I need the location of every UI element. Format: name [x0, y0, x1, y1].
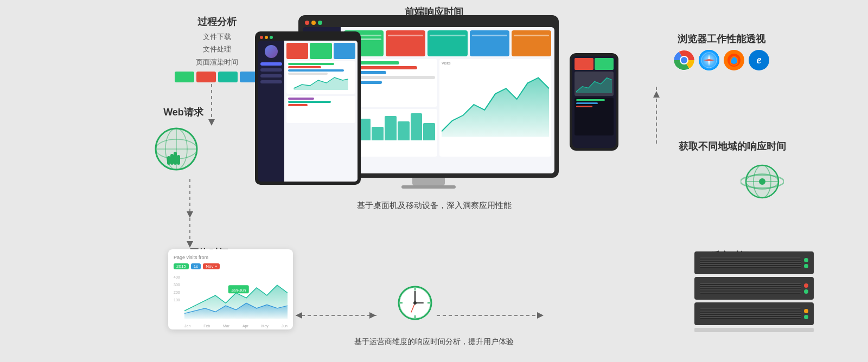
nc-badges: 2015 1s Nov + [174, 263, 288, 269]
card-teal [427, 30, 467, 56]
isp-caption: 基于运营商维度的响应时间分析，提升用户体验 [282, 337, 586, 347]
network-svg-chart: Jan-Jun [184, 274, 288, 320]
safari-icon [699, 50, 719, 70]
server-dots-1 [804, 258, 808, 268]
badge-2015: 2015 [174, 263, 189, 269]
server-dot-2-1 [804, 283, 808, 288]
server-vent-1 [700, 257, 801, 268]
monitor-base [412, 178, 445, 185]
server-stack [694, 251, 814, 332]
svg-point-15 [681, 57, 687, 63]
tablet-avatar [265, 45, 278, 58]
server-dots-3 [804, 309, 808, 319]
server-dot-3-1 [804, 309, 808, 313]
svg-rect-31 [174, 152, 177, 165]
tablet-nav-1 [260, 62, 282, 66]
tablet-panel-1 [286, 61, 355, 94]
proc-card-2 [196, 72, 216, 82]
chrome-icon [674, 50, 694, 70]
badge-1s: 1s [191, 263, 201, 269]
server-dot-2-2 [804, 289, 808, 294]
svg-marker-11 [537, 312, 544, 319]
device-caption: 基于桌面机及移动设备，深入洞察应用性能 [282, 201, 586, 211]
chart-bar-3 [372, 127, 384, 140]
t-card-1 [286, 43, 308, 59]
monitor-stand [401, 185, 456, 189]
ph-bar-2 [576, 102, 598, 104]
ie-icon: e [749, 50, 769, 70]
card-line-3 [388, 35, 423, 36]
chart-bar-4 [385, 116, 397, 140]
tablet-cards [286, 43, 355, 59]
nc-title: Page visits from [174, 255, 288, 260]
region-response-label: 获取不同地域的响应时间 [673, 140, 792, 155]
x-label-2: Feb [203, 324, 210, 328]
ph-bar-3 [576, 106, 592, 107]
t-bar-2 [288, 66, 321, 68]
t-bar-5 [288, 98, 314, 100]
t-bar-3 [288, 69, 344, 72]
server-unit-3 [694, 302, 814, 325]
tablet-ui [258, 41, 358, 182]
card-blue [470, 30, 509, 56]
ui-right-panel: Visits [439, 59, 551, 157]
proc-card-1 [175, 72, 194, 82]
card-line-4 [430, 35, 465, 36]
area-chart [442, 67, 549, 137]
phone-outer [570, 53, 618, 151]
phone-chart [576, 73, 612, 94]
server-vent-2 [700, 283, 801, 294]
x-axis-labels: Jan Feb Mar Apr May Jun [184, 324, 288, 328]
t-bar-7 [288, 104, 308, 106]
server-dot-3-2 [804, 315, 808, 319]
server-dot-1-1 [804, 258, 808, 262]
server-base [694, 328, 814, 332]
t-card-3 [334, 43, 355, 59]
server-dots-2 [804, 283, 808, 294]
tablet-panel-2 [286, 96, 355, 123]
devices-area: Visits [266, 10, 602, 210]
ph-card-1 [575, 58, 593, 70]
card-orange [512, 30, 551, 56]
y-label-2: 300 [174, 281, 180, 289]
tablet-sidebar [258, 41, 284, 182]
server-dot-1-2 [804, 264, 808, 268]
card-red [386, 30, 425, 56]
server-unit-1 [694, 251, 814, 274]
tablet-device [255, 31, 361, 185]
browser-label: 浏览器工作性能透视 [662, 33, 781, 70]
ui-top-cards [344, 30, 551, 56]
y-label-4: 100 [174, 296, 180, 304]
svg-marker-7 [653, 91, 660, 98]
y-label-3: 200 [174, 289, 180, 296]
card-line-6 [514, 35, 549, 36]
ph-card-2 [595, 58, 614, 70]
t-card-2 [310, 43, 331, 59]
ph-bar-1 [576, 99, 605, 101]
svg-rect-33 [170, 154, 174, 165]
web-request-label: Web请求 [140, 106, 227, 121]
x-label-4: Apr [242, 324, 248, 328]
phone-cards [575, 58, 614, 70]
tablet-nav-3 [260, 74, 282, 77]
svg-point-41 [759, 178, 765, 185]
x-label-3: Mar [223, 324, 229, 328]
web-request-globe [152, 125, 201, 173]
ph-panel-2 [575, 98, 614, 135]
x-label-1: Jan [184, 324, 190, 328]
ui-main-content: Visits [341, 27, 554, 173]
tablet-nav-4 [260, 80, 282, 83]
main-scene: 前端响应时间 过程分析 文件下载文件处理页面渲染时间 浏览器工作性能透视 [0, 0, 868, 362]
ph-panel-1 [575, 72, 614, 96]
y-axis-labels: 400 300 200 100 [174, 274, 180, 304]
y-label-1: 400 [174, 274, 180, 281]
ui-bottom-section: Visits [344, 59, 551, 157]
svg-marker-12 [296, 312, 302, 319]
t-bar-6 [288, 101, 331, 103]
t-bar-1 [288, 63, 334, 65]
proc-card-3 [218, 72, 238, 82]
phone-device [570, 53, 618, 151]
svg-point-49 [413, 301, 417, 305]
nc-chart-area: 400 300 200 100 [174, 274, 288, 320]
tablet-outer [255, 31, 361, 185]
